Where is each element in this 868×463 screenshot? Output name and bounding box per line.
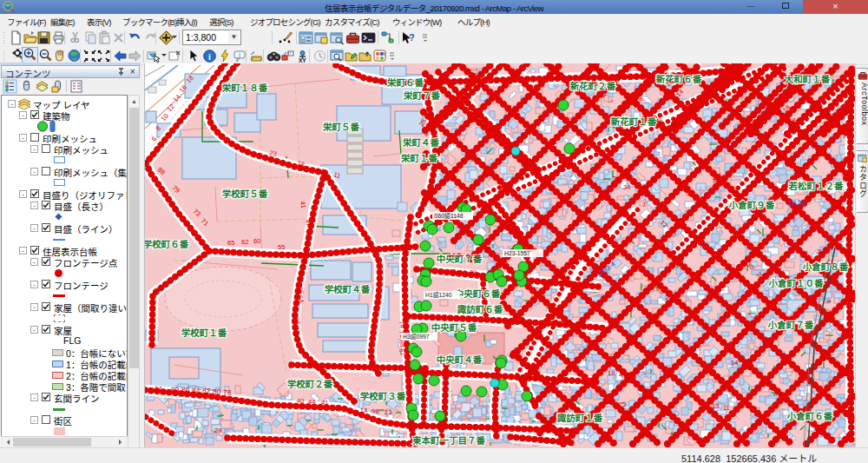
svg-text:31: 31 [459, 268, 466, 276]
svg-text:XY: XY [299, 57, 306, 63]
svg-text:11: 11 [723, 404, 730, 412]
svg-text:東本町一丁目７番: 東本町一丁目７番 [412, 435, 485, 446]
svg-text:13: 13 [712, 402, 719, 410]
svg-text:栄町１８番: 栄町１８番 [221, 83, 268, 93]
svg-text:栄町５番: 栄町５番 [322, 122, 359, 132]
svg-text:?: ? [409, 32, 415, 43]
svg-text:栄町４番: 栄町４番 [402, 137, 439, 148]
svg-text:35: 35 [438, 268, 445, 275]
svg-text:41: 41 [321, 399, 328, 407]
svg-text:学校町５番: 学校町５番 [222, 189, 268, 199]
svg-text:学校町２番: 学校町２番 [287, 379, 333, 389]
svg-text:34: 34 [623, 183, 630, 191]
svg-text:44: 44 [308, 398, 315, 406]
svg-text:諏訪町６番: 諏訪町６番 [457, 304, 503, 314]
svg-text:29: 29 [214, 427, 221, 434]
svg-text:33: 33 [449, 268, 456, 275]
svg-text:5: 5 [457, 251, 461, 259]
svg-text:新花町６番: 新花町６番 [656, 74, 702, 84]
svg-text:22.20: 22.20 [788, 199, 806, 207]
svg-text:40: 40 [297, 397, 304, 405]
svg-text:23: 23 [608, 398, 615, 406]
svg-text:学校町６番: 学校町６番 [145, 239, 189, 249]
svg-text:86: 86 [181, 386, 190, 394]
svg-text:14: 14 [360, 407, 367, 414]
svg-text:32: 32 [633, 192, 640, 200]
svg-text:栄町６番: 栄町６番 [386, 77, 424, 88]
svg-text:4: 4 [619, 371, 622, 379]
svg-text:小倉町１０番: 小倉町１０番 [768, 278, 824, 288]
svg-text:36: 36 [613, 175, 620, 182]
svg-text:新花町１番: 新花町１番 [611, 116, 657, 127]
svg-text:学校町１番: 学校町１番 [181, 327, 227, 338]
svg-text:i: i [208, 52, 211, 62]
svg-text:9: 9 [792, 215, 795, 223]
svg-text:中央町４番: 中央町４番 [437, 354, 483, 365]
svg-text:80: 80 [213, 387, 221, 396]
svg-text:18: 18 [608, 369, 615, 377]
svg-text:47: 47 [304, 219, 312, 228]
svg-text:諏訪町１番: 諏訪町１番 [557, 413, 603, 423]
svg-text:14: 14 [731, 359, 738, 367]
svg-text:学校町４番: 学校町４番 [325, 284, 371, 294]
svg-text:67: 67 [466, 252, 473, 260]
svg-text:9: 9 [733, 406, 737, 413]
svg-text:大和町１番: 大和町１番 [785, 74, 831, 84]
svg-text:60: 60 [253, 237, 260, 245]
svg-text:小倉町９番: 小倉町９番 [728, 200, 775, 210]
svg-text:29: 29 [470, 268, 477, 276]
svg-text:28: 28 [743, 361, 750, 369]
svg-text:89: 89 [171, 386, 180, 394]
svg-text:栄町１番: 栄町１番 [400, 153, 437, 163]
svg-text:14: 14 [448, 251, 455, 259]
svg-text:S60認1148: S60認1148 [434, 212, 464, 219]
svg-text:55: 55 [278, 243, 285, 251]
svg-text:98: 98 [372, 407, 378, 415]
svg-text:学校町３番: 学校町３番 [360, 391, 406, 401]
svg-text:84: 84 [192, 387, 201, 395]
svg-text:中央町５番: 中央町５番 [431, 322, 477, 333]
svg-text:23: 23 [385, 408, 391, 416]
svg-text:62: 62 [241, 238, 248, 246]
svg-text:H3認0997: H3認0997 [403, 333, 430, 340]
svg-text:中央町６番: 中央町６番 [455, 288, 501, 299]
svg-text:45: 45 [304, 228, 312, 237]
svg-text:H1認1240: H1認1240 [425, 291, 452, 298]
svg-text:39: 39 [825, 309, 833, 318]
svg-text:XY: XY [379, 51, 386, 56]
svg-text:25: 25 [619, 400, 626, 408]
svg-text:小倉町６番: 小倉町６番 [786, 411, 833, 421]
svg-text:若松町１２番: 若松町１２番 [788, 181, 844, 191]
svg-text:H23-1557: H23-1557 [504, 250, 530, 256]
svg-text:15: 15 [629, 373, 636, 380]
svg-text:78: 78 [223, 388, 232, 397]
svg-text:栄町７番: 栄町７番 [403, 90, 440, 101]
svg-text:91: 91 [155, 385, 163, 394]
svg-text:小倉町７番: 小倉町７番 [767, 320, 814, 330]
svg-text:82: 82 [202, 387, 211, 395]
svg-text:41: 41 [299, 201, 307, 209]
svg-text:8: 8 [476, 252, 479, 260]
svg-text:65: 65 [227, 239, 234, 247]
svg-text:7: 7 [642, 201, 646, 208]
